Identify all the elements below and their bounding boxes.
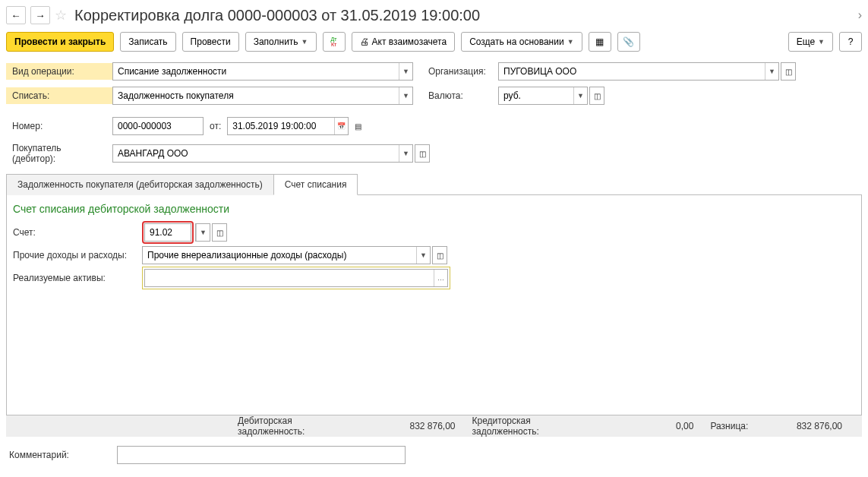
buyer-label: Покупатель (дебитор):: [6, 140, 112, 167]
other-income-label: Прочие доходы и расходы:: [13, 250, 142, 261]
toolbar: Провести и закрыть Записать Провести Зап…: [6, 27, 862, 61]
dropdown-icon[interactable]: ▼: [399, 87, 412, 104]
open-external-icon[interactable]: ◫: [415, 144, 430, 163]
date-input[interactable]: [228, 118, 334, 134]
post-button[interactable]: Провести: [182, 32, 239, 52]
comment-label: Комментарий:: [6, 450, 112, 460]
open-external-icon[interactable]: ◫: [432, 246, 447, 264]
assets-label: Реализуемые активы:: [13, 273, 142, 283]
dt-kt-icon: ДтКт: [331, 36, 337, 47]
tab-debt[interactable]: Задолженность покупателя (дебиторская за…: [6, 174, 274, 195]
favorite-star-icon[interactable]: ☆: [55, 7, 67, 24]
comment-input[interactable]: [117, 446, 406, 464]
assets-highlight: …: [142, 267, 450, 289]
save-button[interactable]: Записать: [120, 32, 175, 52]
act-label: Акт взаимозачета: [372, 36, 447, 47]
chevron-down-icon: ▼: [567, 38, 574, 46]
dropdown-icon[interactable]: ▼: [765, 63, 778, 80]
write-off-input[interactable]: [113, 87, 399, 104]
account-highlight: [142, 221, 194, 244]
structure-button[interactable]: ▦: [589, 32, 611, 52]
diff-label: Разница:: [710, 421, 748, 431]
currency-label: Валюта:: [428, 90, 498, 101]
other-income-input[interactable]: [143, 247, 416, 264]
panel-title: Счет списания дебиторской задолженности: [13, 203, 855, 215]
account-input[interactable]: [145, 224, 191, 241]
diff-value: 832 876,00: [759, 421, 842, 431]
org-label: Организация:: [428, 66, 498, 77]
more-label: Еще: [797, 36, 815, 47]
dropdown-icon[interactable]: ▼: [416, 247, 430, 264]
help-button[interactable]: ?: [839, 32, 862, 52]
open-external-icon[interactable]: ◫: [589, 87, 604, 105]
create-based-button[interactable]: Создать на основании ▼: [461, 32, 582, 52]
dropdown-icon[interactable]: ▼: [399, 145, 412, 162]
write-off-label: Списать:: [6, 87, 112, 104]
dropdown-icon[interactable]: ▼: [196, 224, 210, 241]
debtor-value: 832 876,00: [372, 421, 456, 431]
more-button[interactable]: Еще ▼: [788, 32, 833, 52]
fill-label: Заполнить: [254, 36, 298, 47]
op-type-label: Вид операции:: [6, 63, 112, 80]
act-button[interactable]: 🖨 Акт взаимозачета: [352, 32, 456, 52]
paperclip-icon: 📎: [623, 36, 634, 47]
dt-kt-button[interactable]: ДтКт: [323, 32, 346, 52]
open-external-icon[interactable]: ◫: [212, 223, 227, 242]
dropdown-icon[interactable]: ▼: [573, 87, 587, 104]
post-and-close-button[interactable]: Провести и закрыть: [6, 32, 114, 52]
number-input[interactable]: [113, 118, 203, 134]
tabs: Задолженность покупателя (дебиторская за…: [6, 173, 862, 195]
op-type-input[interactable]: [113, 63, 399, 80]
ellipsis-icon[interactable]: …: [434, 270, 447, 286]
attach-button[interactable]: 📎: [617, 32, 640, 52]
account-label: Счет:: [13, 227, 142, 238]
org-input[interactable]: [499, 63, 765, 80]
chevron-down-icon: ▼: [301, 38, 308, 46]
from-label: от:: [210, 121, 221, 131]
number-label: Номер:: [6, 118, 112, 134]
fill-button[interactable]: Заполнить ▼: [245, 32, 317, 52]
creditor-label: Кредиторская задолженность:: [472, 415, 600, 437]
structure-icon: ▦: [595, 36, 604, 47]
close-arrow-icon[interactable]: ›: [858, 8, 862, 22]
datetime-extra-icon[interactable]: ▤: [350, 117, 365, 135]
dropdown-icon[interactable]: ▼: [399, 63, 412, 80]
chevron-down-icon: ▼: [818, 38, 825, 46]
creditor-value: 0,00: [611, 421, 694, 431]
tab-panel: Счет списания дебиторской задолженности …: [6, 195, 862, 415]
open-external-icon[interactable]: ◫: [781, 62, 796, 81]
print-icon: 🖨: [360, 36, 369, 47]
forward-button[interactable]: →: [30, 6, 50, 24]
assets-input[interactable]: [145, 270, 434, 286]
calendar-icon[interactable]: 📅: [334, 118, 348, 134]
page-title: Корректировка долга 0000-000003 от 31.05…: [74, 7, 480, 24]
buyer-input[interactable]: [113, 145, 399, 162]
create-based-label: Создать на основании: [469, 36, 564, 47]
tab-writeoff-account[interactable]: Счет списания: [273, 174, 358, 195]
back-button[interactable]: ←: [6, 6, 26, 24]
currency-input[interactable]: [499, 87, 573, 104]
summary-bar: Дебиторская задолженность: 832 876,00 Кр…: [6, 415, 862, 437]
debtor-label: Дебиторская задолженность:: [238, 415, 361, 437]
